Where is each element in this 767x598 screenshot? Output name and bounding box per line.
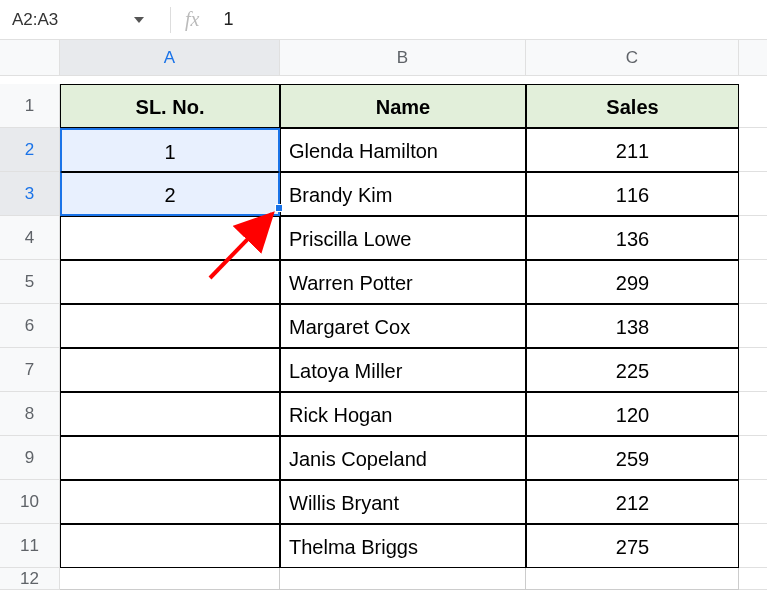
- name-box[interactable]: A2:A3: [6, 6, 156, 34]
- name-box-text: A2:A3: [12, 10, 134, 30]
- cell-c2[interactable]: 211: [526, 128, 739, 172]
- cell-a12[interactable]: [60, 568, 280, 590]
- cell-c4[interactable]: 136: [526, 216, 739, 260]
- cell-a11[interactable]: [60, 524, 280, 568]
- header-sl-no[interactable]: SL. No.: [60, 84, 280, 128]
- cell-extra[interactable]: [739, 304, 767, 348]
- cell-a9[interactable]: [60, 436, 280, 480]
- header-sales[interactable]: Sales: [526, 84, 739, 128]
- row-header-4[interactable]: 4: [0, 216, 60, 260]
- cell-b10[interactable]: Willis Bryant: [280, 480, 526, 524]
- divider: [170, 7, 171, 33]
- col-header-extra[interactable]: [739, 40, 767, 76]
- cell-c10[interactable]: 212: [526, 480, 739, 524]
- cell-c11[interactable]: 275: [526, 524, 739, 568]
- cell-extra[interactable]: [739, 260, 767, 304]
- row-header-11[interactable]: 11: [0, 524, 60, 568]
- cell-c5[interactable]: 299: [526, 260, 739, 304]
- cell-extra[interactable]: [739, 348, 767, 392]
- row-header-9[interactable]: 9: [0, 436, 60, 480]
- row-header-12[interactable]: 12: [0, 568, 60, 590]
- cell-b7[interactable]: Latoya Miller: [280, 348, 526, 392]
- fx-icon: fx: [185, 8, 199, 31]
- col-header-c[interactable]: C: [526, 40, 739, 76]
- cell-c7[interactable]: 225: [526, 348, 739, 392]
- cell-b3[interactable]: Brandy Kim: [280, 172, 526, 216]
- chevron-down-icon[interactable]: [134, 17, 144, 23]
- cell-b11[interactable]: Thelma Briggs: [280, 524, 526, 568]
- cell-c9[interactable]: 259: [526, 436, 739, 480]
- cell-a6[interactable]: [60, 304, 280, 348]
- row-header-5[interactable]: 5: [0, 260, 60, 304]
- cell-c8[interactable]: 120: [526, 392, 739, 436]
- row-header-1[interactable]: 1: [0, 84, 60, 128]
- col-header-a[interactable]: A: [60, 40, 280, 76]
- cell-a2[interactable]: 1: [60, 128, 280, 172]
- col-header-b[interactable]: B: [280, 40, 526, 76]
- cell-b5[interactable]: Warren Potter: [280, 260, 526, 304]
- header-name[interactable]: Name: [280, 84, 526, 128]
- cell-b8[interactable]: Rick Hogan: [280, 392, 526, 436]
- cell-a5[interactable]: [60, 260, 280, 304]
- row-header-3[interactable]: 3: [0, 172, 60, 216]
- formula-bar-row: A2:A3 fx: [0, 0, 767, 40]
- cell-extra[interactable]: [739, 216, 767, 260]
- cell-a10[interactable]: [60, 480, 280, 524]
- cell-b6[interactable]: Margaret Cox: [280, 304, 526, 348]
- row-header-8[interactable]: 8: [0, 392, 60, 436]
- row-header-2[interactable]: 2: [0, 128, 60, 172]
- cell-b2[interactable]: Glenda Hamilton: [280, 128, 526, 172]
- cell-a3[interactable]: 2: [60, 172, 280, 216]
- cell-b12[interactable]: [280, 568, 526, 590]
- cell-c3[interactable]: 116: [526, 172, 739, 216]
- formula-input[interactable]: [223, 9, 767, 30]
- fill-handle[interactable]: [275, 204, 283, 212]
- cell-b4[interactable]: Priscilla Lowe: [280, 216, 526, 260]
- row-header-7[interactable]: 7: [0, 348, 60, 392]
- row-header-10[interactable]: 10: [0, 480, 60, 524]
- cell-extra[interactable]: [739, 128, 767, 172]
- cell-extra[interactable]: [739, 568, 767, 590]
- cell-extra[interactable]: [739, 480, 767, 524]
- cell-extra[interactable]: [739, 436, 767, 480]
- row-header-6[interactable]: 6: [0, 304, 60, 348]
- cell-extra[interactable]: [739, 172, 767, 216]
- cell-c6[interactable]: 138: [526, 304, 739, 348]
- cell-c12[interactable]: [526, 568, 739, 590]
- cell-b9[interactable]: Janis Copeland: [280, 436, 526, 480]
- cell-a8[interactable]: [60, 392, 280, 436]
- spreadsheet-grid[interactable]: A B C 1 SL. No. Name Sales 2 1 Glenda Ha…: [0, 40, 767, 598]
- cell-extra[interactable]: [739, 524, 767, 568]
- cell-extra[interactable]: [739, 84, 767, 128]
- cell-a4[interactable]: [60, 216, 280, 260]
- select-all-corner[interactable]: [0, 40, 60, 76]
- cell-extra[interactable]: [739, 392, 767, 436]
- cell-a7[interactable]: [60, 348, 280, 392]
